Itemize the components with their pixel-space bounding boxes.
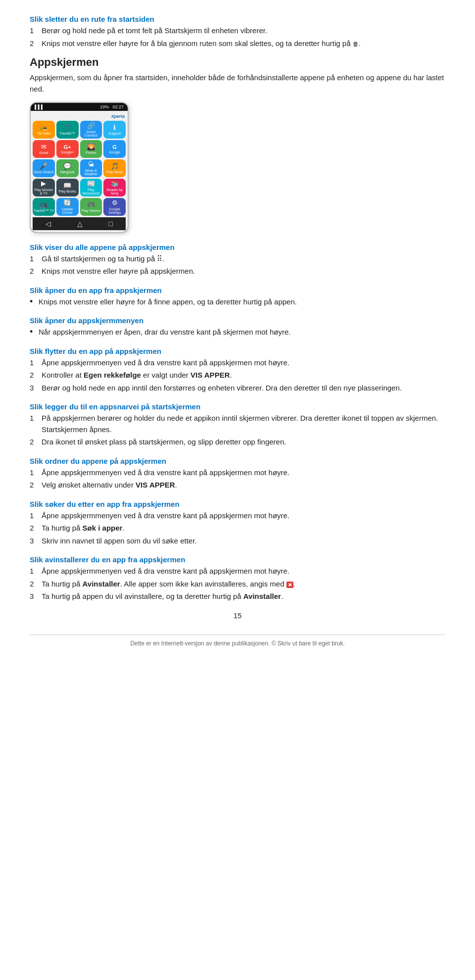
app-play-music: 🎵 Play Music <box>103 159 126 177</box>
viser-step-1: 1 Gå til startskjermen og ta hurtig på ⠿… <box>30 253 445 265</box>
avinstallerer-num-3: 3 <box>30 591 37 602</box>
smart-connect-icon: 🔗 <box>87 122 95 129</box>
nav-back-btn: ◁ <box>46 220 51 228</box>
sletter-heading: Slik sletter du en rute fra startsiden <box>30 15 445 23</box>
soker-step-2: 2 Ta hurtig på Søk i apper. <box>30 523 445 534</box>
apner-app-bullets: • Knips mot venstre eller høyre for å fi… <box>30 296 445 308</box>
avinstallerer-step-3: 3 Ta hurtig på appen du vil avinstallere… <box>30 591 445 602</box>
flytter-step3-text: Berør og hold nede en app inntil den for… <box>42 383 402 394</box>
play-music-icon: 🎵 <box>111 163 119 170</box>
appskjermen-intro: Appskjermen, som du åpner fra startsiden… <box>30 72 445 95</box>
sletter-steps: 1 Berør og hold nede på et tomt felt på … <box>30 25 445 49</box>
reader-sony-icon: 📚 <box>111 180 119 187</box>
app-hangouts: 💬 Hangouts <box>56 159 79 177</box>
legger-section: Slik legger du til en appsnarvei på star… <box>30 402 445 448</box>
support-label: Support <box>108 132 121 135</box>
photos-label: Photos <box>86 151 96 154</box>
app-trackid: 🎵 TrackID™ <box>56 121 79 139</box>
ordner-step2-text: Velg ønsket alternativ under VIS APPER. <box>42 480 177 491</box>
phone-top-row: Xperia <box>33 114 126 119</box>
avinstallerer-step-2: 2 Ta hurtig på Avinstaller. Alle apper s… <box>30 579 445 590</box>
app-googleplus: G+ Google+ <box>56 140 79 158</box>
play-movies-icon: ▶ <box>41 180 46 187</box>
trackid-tv-icon: 📺 <box>40 201 48 208</box>
apner-app-text-1: Knips mot venstre eller høyre for å finn… <box>39 296 297 308</box>
google-settings-label: Google Settings <box>104 207 125 214</box>
legger-step2-text: Dra ikonet til ønsket plass på startskje… <box>42 437 286 448</box>
viser-heading: Slik viser du alle appene på appskjermen <box>30 243 445 251</box>
soker-step2-text: Ta hurtig på Søk i apper. <box>42 523 125 534</box>
avinstallerer-step-1: 1 Åpne appskjermmenyen ved å dra venstre… <box>30 566 445 577</box>
fm-radio-icon: 📻 <box>40 124 48 131</box>
soker-step3-text: Skriv inn navnet til appen som du vil sø… <box>42 536 196 547</box>
sletter-step1-text: Berør og hold nede på et tomt felt på St… <box>42 25 267 37</box>
app-play-games: 🎮 Play Games <box>80 198 102 216</box>
voice-search-label: Voice Search <box>34 170 54 174</box>
bullet-dot-2: • <box>30 327 35 338</box>
phone-battery-time: 19% 02:27 <box>100 104 124 109</box>
app-grid-row3: 🎤 Voice Search 💬 Hangouts 🌤 News & Weath… <box>33 159 126 177</box>
soker-num-2: 2 <box>30 523 37 534</box>
soker-step-1: 1 Åpne appskjermmenyen ved å dra venstre… <box>30 510 445 522</box>
hangouts-icon: 💬 <box>63 163 71 170</box>
reader-sony-label: Reader by Sony <box>104 188 125 195</box>
app-google-settings: ⚙ Google Settings <box>103 198 126 216</box>
apner-meny-bullet-1: • Når appskjermmenyen er åpen, drar du v… <box>30 327 445 338</box>
phone-mockup: ▌▌▌ 19% 02:27 Xperia 📻 FM radio 🎵 TrackI… <box>30 102 129 233</box>
legger-num-1: 1 <box>30 413 37 435</box>
app-grid-row1: 📻 FM radio 🎵 TrackID™ 🔗 Smart Connect ℹ … <box>33 121 126 139</box>
soker-num-1: 1 <box>30 510 37 522</box>
bullet-dot-1: • <box>30 296 35 308</box>
viser-step-2: 2 Knips mot venstre eller høyre på appsk… <box>30 266 445 277</box>
xperia-logo: Xperia <box>111 114 125 119</box>
app-grid-row5: 📺 TrackID™ TV 🔄 Update Center 🎮 Play Gam… <box>33 198 126 216</box>
avinstallerer-num-2: 2 <box>30 579 37 590</box>
app-smart-connect: 🔗 Smart Connect <box>80 121 102 139</box>
legger-step-2: 2 Dra ikonet til ønsket plass på startsk… <box>30 437 445 448</box>
app-voice-search: 🎤 Voice Search <box>33 159 55 177</box>
apner-meny-section: Slik åpner du appskjermmenyen • Når apps… <box>30 316 445 338</box>
step-num-2: 2 <box>30 38 37 49</box>
avinstallerer-heading: Slik avinstallerer du en app fra appskje… <box>30 555 445 564</box>
apner-meny-heading: Slik åpner du appskjermmenyen <box>30 316 445 325</box>
sletter-step2-text: Knips mot venstre eller høyre for å bla … <box>42 38 361 49</box>
app-play-movies: ▶ Play Movies & TV <box>33 179 55 196</box>
avinstallerer-step2-text: Ta hurtig på Avinstaller. Alle apper som… <box>42 579 295 590</box>
trackid-label: TrackID™ <box>60 132 75 135</box>
phone-screen: Xperia 📻 FM radio 🎵 TrackID™ 🔗 Smart Con… <box>31 111 128 232</box>
legger-step-1: 1 På appskjermen berører og holder du ne… <box>30 413 445 435</box>
footer-text: Dette er en Internett-versjon av denne p… <box>130 640 345 647</box>
app-gmail: ✉ Gmail <box>33 140 55 158</box>
phone-signal: ▌▌▌ <box>35 104 44 109</box>
viser-steps: 1 Gå til startskjermen og ta hurtig på ⠿… <box>30 253 445 277</box>
viser-section: Slik viser du alle appene på appskjermen… <box>30 243 445 277</box>
support-icon: ℹ <box>113 124 116 131</box>
legger-steps: 1 På appskjermen berører og holder du ne… <box>30 413 445 448</box>
play-newsstand-icon: 📰 <box>87 180 95 187</box>
legger-step1-text: På appskjermen berører og holder du nede… <box>42 413 445 435</box>
update-center-label: Update Center <box>57 207 78 214</box>
apner-app-heading: Slik åpner du en app fra appskjermen <box>30 286 445 294</box>
flytter-step-2: 2 Kontroller at Egen rekkefølge er valgt… <box>30 370 445 381</box>
trackid-tv-label: TrackID™ TV <box>33 209 54 212</box>
ordner-steps: 1 Åpne appskjermmenyen ved å dra venstre… <box>30 467 445 491</box>
app-fm-radio: 📻 FM radio <box>33 121 55 139</box>
nav-recent-btn: □ <box>108 220 112 228</box>
phone-status-bar: ▌▌▌ 19% 02:27 <box>31 103 128 111</box>
app-play-newsstand: 📰 Play Newsstand <box>80 179 102 196</box>
legger-num-2: 2 <box>30 437 37 448</box>
googleplus-label: Google+ <box>61 150 74 154</box>
soker-num-3: 3 <box>30 536 37 547</box>
ordner-num-1: 1 <box>30 467 37 479</box>
trackid-icon: 🎵 <box>63 124 71 131</box>
sletter-step-1: 1 Berør og hold nede på et tomt felt på … <box>30 25 445 37</box>
viser-step1-text: Gå til startskjermen og ta hurtig på ⠿. <box>42 253 165 265</box>
viser-step2-text: Knips mot venstre eller høyre på appskje… <box>42 266 195 277</box>
play-games-label: Play Games <box>82 209 100 212</box>
avinstallerer-step3-text: Ta hurtig på appen du vil avinstallere, … <box>42 591 283 602</box>
hangouts-label: Hangouts <box>60 170 75 174</box>
app-grid-row4: ▶ Play Movies & TV 📖 Play Books 📰 Play N… <box>33 179 126 196</box>
googleplus-icon: G+ <box>64 144 71 150</box>
flytter-num-1: 1 <box>30 357 37 369</box>
play-newsstand-label: Play Newsstand <box>81 188 102 195</box>
